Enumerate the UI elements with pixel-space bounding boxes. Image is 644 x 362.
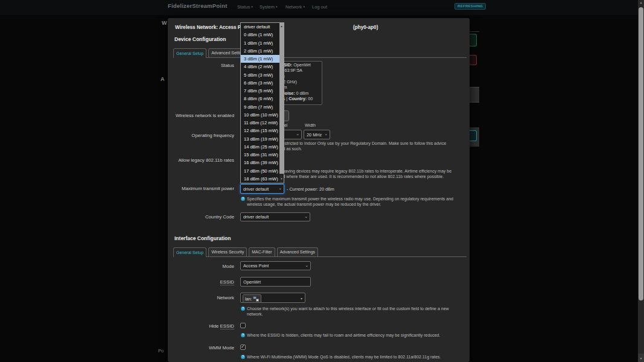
backdrop-footer-fragment: Po [158, 348, 164, 354]
power-option[interactable]: 10 dBm (10 mW) [241, 111, 279, 119]
power-option[interactable]: 6 dBm (3 mW) [241, 79, 279, 87]
freq-width-label: Width [305, 123, 316, 127]
essid-label: ESSID [173, 279, 234, 285]
tab-general-setup[interactable]: General Setup [173, 48, 206, 58]
scroll-up-icon[interactable]: ▲ [638, 1, 644, 4]
power-option[interactable]: 17 dBm (50 mW) [241, 167, 279, 175]
tab-general-setup[interactable]: General Setup [173, 247, 206, 257]
help-icon: ? [241, 333, 245, 337]
chevron-down-icon: ⌄ [296, 132, 299, 136]
backdrop-green-button-fragment [469, 34, 477, 46]
network-chip-lan[interactable]: lan: [243, 294, 261, 303]
freq-width-value: 20 MHz [307, 132, 322, 138]
network-label: Network [173, 295, 234, 300]
power-option[interactable]: 12 dBm (15 mW) [241, 127, 279, 135]
hide-essid-label: Hide ESSID [173, 323, 234, 329]
hide-essid-abbr: ESSID [220, 323, 234, 329]
essid-value: OpenWrt [243, 279, 261, 285]
interface-configuration-heading: Interface Configuration [174, 235, 231, 241]
backdrop-teal-button-fragment [469, 130, 477, 141]
hide-essid-help-text: Where the ESSID is hidden, clients may f… [247, 332, 467, 338]
backdrop-row-fragment [470, 87, 479, 103]
checkmark-icon: ✓ [241, 344, 245, 349]
mode-label: Mode [173, 264, 234, 269]
device-config-tabs: General Setup Advanced Settings [173, 48, 467, 58]
help-icon: ? [241, 355, 245, 359]
scroll-down-icon[interactable]: ▼ [279, 175, 284, 183]
wmm-help-text: Where Wi-Fi Multimedia (WMM) Mode QoS is… [247, 354, 467, 360]
transmit-power-dropdown[interactable]: driver default0 dBm (1 mW)1 dBm (1 mW)2 … [240, 22, 284, 183]
dropdown-scrollbar-thumb[interactable] [279, 30, 284, 174]
brand-logo: FidelizerStreamPoint [168, 2, 228, 9]
hide-essid-checkbox[interactable] [240, 323, 246, 328]
power-option[interactable]: 9 dBm (7 mW) [241, 103, 279, 111]
hide-essid-prefix: Hide [209, 323, 220, 329]
transmit-power-help-text: Specifies the maximum transmit power the… [247, 196, 467, 207]
wmm-mode-checkbox[interactable]: ✓ [240, 345, 246, 350]
power-option[interactable]: 16 dBm (39 mW) [241, 159, 279, 167]
mode-select[interactable]: Access Point ⌄ [240, 261, 311, 270]
scroll-down-icon[interactable]: ▼ [638, 357, 644, 360]
chevron-down-icon: ▾ [251, 5, 253, 8]
power-option[interactable]: 4 dBm (2 mW) [241, 63, 279, 71]
help-icon: ? [241, 197, 245, 201]
wireless-enabled-label: Wireless network is enabled [173, 113, 234, 118]
current-power-text: - Current power: 20 dBm [287, 186, 334, 192]
power-option[interactable]: 0 dBm (1 mW) [241, 31, 279, 39]
tab-mac-filter[interactable]: MAC-Filter [249, 247, 275, 256]
help-icon: ? [241, 306, 245, 311]
chevron-down-icon: ⌄ [278, 186, 282, 191]
operating-frequency-label: Operating frequency [173, 133, 234, 138]
legacy-rates-label: Allow legacy 802.11b rates [173, 157, 234, 163]
nav-item-status[interactable]: Status▾ [237, 4, 253, 10]
interface-icon [253, 296, 259, 302]
tab-advanced-settings[interactable]: Advanced Settings [277, 247, 318, 256]
chevron-down-icon: ▾ [276, 5, 278, 8]
mode-value: Access Point [243, 263, 269, 268]
dropdown-scrollbar[interactable]: ▲ ▼ [279, 23, 284, 183]
power-option[interactable]: 14 dBm (25 mW) [241, 143, 279, 151]
backdrop-red-button-fragment [469, 55, 477, 65]
essid-input[interactable]: OpenWrt [240, 277, 311, 287]
power-option[interactable]: 1 dBm (1 mW) [241, 39, 279, 47]
power-option[interactable]: 2 dBm (1 mW) [241, 47, 279, 55]
country-code-value: driver default [243, 214, 269, 220]
tab-wireless-security[interactable]: Wireless Security [208, 247, 247, 256]
network-multiselect[interactable]: lan: ▾ [240, 293, 305, 303]
power-option[interactable]: 5 dBm (3 mW) [241, 71, 279, 79]
chevron-down-icon: ▾ [301, 296, 302, 300]
chevron-down-icon: ⌄ [305, 263, 308, 268]
power-option[interactable]: 3 dBm (1 mW) [241, 55, 279, 63]
refresh-badge[interactable]: REFRESHING [454, 3, 486, 10]
nav-item-log-out[interactable]: Log out [312, 4, 327, 10]
scroll-up-icon[interactable]: ▲ [279, 23, 284, 30]
backdrop-heading-fragment: W [162, 20, 167, 26]
network-help-text: Choose the network(s) you want to attach… [247, 306, 467, 317]
window-scrollbar[interactable]: ▲ ▼ [638, 0, 644, 362]
power-option[interactable]: 11 dBm (12 mW) [241, 119, 279, 127]
country-code-label: Country Code [173, 214, 234, 220]
scrollbar-thumb[interactable] [639, 7, 643, 300]
power-option[interactable]: driver default [241, 23, 279, 31]
device-configuration-heading: Device Configuration [174, 36, 226, 42]
essid-abbr: ESSID [220, 279, 234, 285]
max-transmit-power-value: driver default [243, 186, 269, 192]
interface-config-tabs: General Setup Wireless Security MAC-Filt… [173, 247, 467, 257]
wmm-mode-label: WMM Mode [173, 345, 234, 351]
power-option[interactable]: 8 dBm (6 mW) [241, 95, 279, 103]
transmit-power-options: driver default0 dBm (1 mW)1 dBm (1 mW)2 … [241, 23, 284, 183]
power-option[interactable]: 7 dBm (5 mW) [241, 87, 279, 95]
nav-item-network[interactable]: Network▾ [285, 4, 305, 10]
backdrop-divider [470, 31, 479, 32]
power-option[interactable]: 13 dBm (19 mW) [241, 135, 279, 143]
freq-width-select[interactable]: 20 MHz ⌄ [304, 130, 330, 139]
power-option[interactable]: 18 dBm (63 mW) [241, 175, 279, 183]
wireless-settings-modal: Wireless Network: Access Point "OpenWrt"… [168, 18, 470, 362]
power-option[interactable]: 15 dBm (31 mW) [241, 151, 279, 159]
backdrop-heading-fragment: A [161, 76, 165, 82]
nav-item-system[interactable]: System▾ [260, 4, 278, 10]
max-transmit-power-select[interactable]: driver default ⌄ [240, 184, 284, 194]
chevron-down-icon: ▾ [304, 5, 305, 8]
country-code-select[interactable]: driver default ⌄ [240, 212, 310, 221]
chevron-down-icon: ⌄ [304, 214, 308, 219]
